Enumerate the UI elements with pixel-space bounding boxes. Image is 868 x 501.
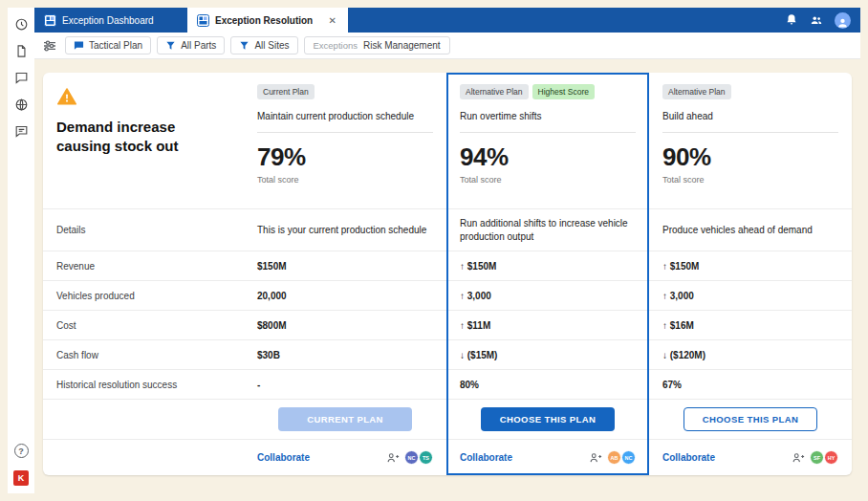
highest-score-badge: Highest Score: [532, 84, 595, 99]
add-person-icon[interactable]: [589, 451, 602, 465]
row-label-cash-flow: Cash flow: [43, 339, 244, 369]
users-icon[interactable]: [810, 13, 823, 27]
collaborate-link[interactable]: Collaborate: [257, 452, 310, 463]
filter-all-sites[interactable]: All Sites: [230, 36, 297, 54]
score-label: Total score: [257, 175, 433, 185]
cash-flow-value: $30B: [244, 339, 446, 369]
choose-plan-button[interactable]: CHOOSE THIS PLAN: [684, 407, 817, 431]
collaborator-avatar[interactable]: HY: [824, 450, 838, 465]
exception-title: Demand increase causing stock out: [56, 118, 230, 155]
notifications-bell-icon[interactable]: [785, 13, 798, 27]
empty-cell: [43, 399, 244, 439]
action-cell: CHOOSE THIS PLAN: [649, 399, 852, 439]
plan-badge: Current Plan: [257, 84, 315, 99]
cost-value: ↑ $11M: [446, 310, 649, 339]
tab-exception-dashboard[interactable]: Exception Dashboard: [34, 8, 187, 33]
collaborate-cell: Collaborate SF HY: [649, 439, 852, 475]
main-area: Exception Dashboard Exception Resolution…: [34, 8, 860, 493]
app-window: ? K Exception Dashboard Exception Resolu…: [8, 8, 860, 493]
details-value: Produce vehicles ahead of demand: [649, 208, 852, 250]
choose-plan-button[interactable]: CHOOSE THIS PLAN: [481, 407, 615, 431]
divider: [257, 132, 433, 133]
score-label: Total score: [460, 175, 636, 185]
collaborator-avatar[interactable]: NC: [621, 450, 636, 465]
topbar: Exception Dashboard Exception Resolution…: [34, 8, 860, 33]
empty-cell: [43, 439, 244, 475]
history-icon[interactable]: [14, 17, 29, 32]
vehicles-value: 20,000: [244, 280, 446, 310]
user-avatar[interactable]: [835, 12, 851, 29]
collaborators: SF HY: [792, 450, 838, 465]
row-label-cost: Cost: [43, 310, 244, 339]
add-person-icon[interactable]: [792, 451, 805, 465]
add-person-icon[interactable]: [386, 451, 400, 465]
filter-settings-icon[interactable]: [42, 38, 57, 54]
icon-sidebar: ? K: [8, 8, 34, 493]
vehicles-value: ↑ 3,000: [446, 280, 649, 310]
collaborate-link[interactable]: Collaborate: [662, 452, 715, 463]
plan-name: Maintain current production schedule: [257, 111, 433, 132]
vehicles-value: ↑ 3,000: [649, 280, 852, 310]
plan-header-overtime: Alternative Plan Highest Score Run overt…: [446, 73, 649, 208]
topbar-actions: [785, 8, 860, 33]
row-label-details: Details: [43, 208, 244, 250]
current-plan-button[interactable]: CURRENT PLAN: [278, 407, 412, 431]
resolution-tab-icon: [197, 14, 209, 27]
plan-score: 90%: [662, 142, 838, 172]
chat-icon[interactable]: [14, 71, 29, 85]
collaborate-link[interactable]: Collaborate: [460, 452, 512, 463]
historical-value: 80%: [446, 369, 649, 399]
filter-label: All Sites: [254, 40, 289, 51]
details-value: Run additional shifts to increase vehicl…: [446, 208, 649, 250]
collaborator-avatar[interactable]: NC: [404, 450, 419, 465]
help-icon[interactable]: ?: [14, 444, 29, 458]
cash-flow-value: ↓ ($120M): [649, 339, 852, 369]
breadcrumb[interactable]: Exceptions Risk Management: [304, 36, 450, 54]
plan-header-current: Current Plan Maintain current production…: [244, 73, 446, 208]
tab-label: Exception Resolution: [215, 15, 313, 26]
filter-tactical-plan[interactable]: Tactical Plan: [65, 36, 151, 54]
plan-badge: Alternative Plan: [460, 84, 529, 99]
plan-header-build-ahead: Alternative Plan Build ahead 90% Total s…: [649, 73, 852, 208]
comment-icon: [74, 40, 84, 51]
historical-value: 67%: [649, 369, 852, 399]
filter-label: All Parts: [181, 40, 216, 51]
collaborator-avatar[interactable]: SF: [810, 450, 824, 465]
funnel-icon: [165, 40, 176, 51]
badge-row: Alternative Plan: [662, 84, 838, 99]
revenue-value: ↑ $150M: [446, 250, 649, 280]
feedback-icon[interactable]: [14, 124, 29, 139]
plan-score: 94%: [460, 142, 636, 172]
cost-value: ↑ $16M: [649, 310, 852, 339]
row-label-revenue: Revenue: [43, 250, 244, 280]
k-logo-badge[interactable]: K: [13, 470, 29, 486]
tab-exception-resolution[interactable]: Exception Resolution ✕: [187, 8, 348, 33]
filter-all-parts[interactable]: All Parts: [157, 36, 225, 54]
funnel-icon: [239, 40, 250, 51]
content-area: Demand increase causing stock out Curren…: [34, 59, 860, 493]
plan-badge: Alternative Plan: [662, 84, 731, 99]
document-icon[interactable]: [14, 44, 29, 58]
badge-row: Current Plan: [257, 84, 433, 99]
exception-header: Demand increase causing stock out: [43, 73, 244, 208]
filter-label: Tactical Plan: [89, 40, 142, 51]
collaborator-avatar[interactable]: TS: [419, 450, 433, 465]
divider: [662, 132, 838, 133]
historical-value: -: [244, 369, 446, 399]
cost-value: $800M: [244, 310, 446, 339]
cash-flow-value: ↓ ($15M): [446, 339, 649, 369]
row-label-vehicles: Vehicles produced: [43, 280, 244, 310]
plan-name: Run overtime shifts: [460, 111, 636, 132]
row-label-historical: Historical resolution success: [43, 369, 244, 399]
collaborators: AB NC: [589, 450, 636, 465]
dashboard-tab-icon: [44, 14, 56, 27]
tab-label: Exception Dashboard: [62, 15, 154, 26]
plan-score: 79%: [257, 142, 433, 172]
collaborate-cell: Collaborate AB NC: [446, 439, 649, 475]
plan-name: Build ahead: [662, 111, 838, 132]
revenue-value: $150M: [244, 250, 446, 280]
close-tab-icon[interactable]: ✕: [327, 15, 338, 26]
collaborator-avatar[interactable]: AB: [607, 450, 621, 465]
breadcrumb-section: Exceptions: [314, 40, 358, 51]
globe-icon[interactable]: [14, 98, 29, 112]
